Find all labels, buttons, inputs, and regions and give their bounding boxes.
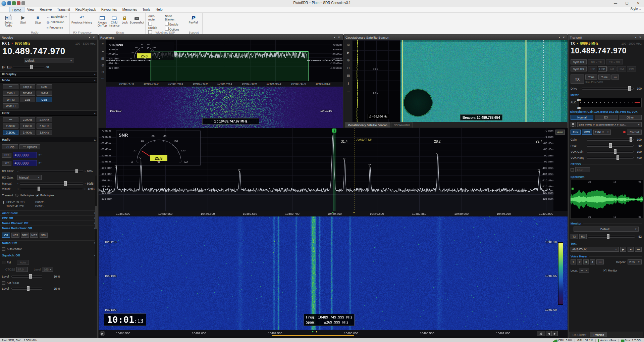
mode-button[interactable]: BC-FM [20,91,35,96]
pan-right-button[interactable]: ▶ [552,331,558,336]
previous-history-button[interactable]: ↶Previous History [71,14,93,24]
bottom-tab[interactable]: Transmit [590,332,607,337]
text-play-button[interactable]: ▶ [620,247,626,252]
mic-device-dropdown[interactable]: Line-In/Mic-In (Sound Blaster X-Fi Sur..… [577,122,642,127]
toolbar-icon[interactable]: ▤ [101,57,104,60]
filter-button[interactable]: 3.2KHz [3,130,18,135]
chevron-left-icon[interactable]: ‹ [17,169,18,173]
voice-keyer-more-button[interactable]: ••• [596,259,604,264]
section-if-display[interactable]: IF Display▴ [0,71,97,77]
toolbar-icon[interactable]: ◎ [347,43,350,47]
squelch-row[interactable]: Squelch: Off▾ [0,253,97,258]
zoom-factor-button[interactable]: x5 [537,331,545,336]
main-waterfall-display[interactable] [99,216,568,330]
monitor-device-dropdown[interactable]: Default▼ [574,227,639,232]
toolbar-icon[interactable]: ≡ [102,42,104,46]
menu-item[interactable]: Tools [140,7,153,13]
speaker-icon[interactable]: ▮))) [7,65,11,69]
vox-hang-slider[interactable] [587,157,634,159]
bottom-tab[interactable]: DX Cluster [570,332,589,337]
menu-item[interactable]: Help [153,7,165,13]
tx-equals-rx-button[interactable]: TX = RX [606,59,623,64]
style-menu[interactable]: Style ⌄ [630,7,641,11]
always-on-top-button[interactable]: Always On Top [97,14,108,28]
am-ssb-checkbox[interactable] [2,281,5,285]
chevron-right-icon[interactable]: › [85,182,86,185]
toolbar-icon[interactable]: ▤ [347,74,350,78]
menu-item[interactable]: Favourites [99,7,120,13]
nr-button[interactable]: NR1 [11,233,19,238]
screenshot-button[interactable]: Screenshot [130,14,144,24]
geo-tab[interactable]: 3D Waterfall [391,122,413,128]
close-button[interactable]: ✕ [633,0,644,7]
mode-button[interactable]: N-FM [37,91,52,96]
gain-slider[interactable] [587,139,634,141]
profile-dropdown[interactable]: Default▼ [24,58,74,63]
tx-mode-button[interactable]: FM [617,66,626,71]
toolbar-icon[interactable]: ＋ [101,49,105,54]
tx-mode-button[interactable]: LSB [588,66,597,71]
auto-enable-checkbox[interactable] [2,247,5,251]
full-duplex-radio[interactable] [36,194,39,197]
mode-button[interactable]: LSB [20,97,35,102]
filter-button[interactable]: ••• [3,117,18,122]
tx-bandwidth-dropdown[interactable]: 2.8kHz▼ [593,130,611,135]
filter-button[interactable]: 3.4KHz [20,130,35,135]
filter-button[interactable]: 2.8KHz [20,124,35,129]
section-filter[interactable]: Filter▴ [0,110,97,116]
maximize-button[interactable]: ▢ [621,0,633,7]
menu-item[interactable]: Receive [37,7,54,13]
collapse-icon[interactable]: ▾ [87,36,92,39]
options-button[interactable]: •••Options [19,144,40,149]
rx-filter-slider[interactable] [20,170,83,172]
vox-toggle[interactable]: VOX [582,130,592,135]
noise-reduction-row[interactable]: Noise Reduction: Off▾ [0,226,97,231]
nr-button[interactable]: Off [2,233,10,238]
mode-button[interactable]: Wide-U [3,103,18,108]
manual-gain-slider[interactable] [20,183,83,185]
text-more-button[interactable]: ••• [635,247,642,252]
volume-slider[interactable] [13,66,44,68]
menu-item[interactable]: Transmit [54,7,73,13]
stop-button[interactable]: ■Stop [31,14,45,24]
chevron-left-icon[interactable]: ‹ [17,187,18,191]
waterfall-colorbar[interactable] [558,242,563,305]
sync-rx-mode-button[interactable]: Sync RX [571,66,587,71]
ctcss-input[interactable]: 67.0 [16,267,28,272]
filter-button[interactable]: 3.6KHz [37,130,52,135]
nr-button[interactable]: NR2 [21,233,29,238]
drive-slider[interactable] [582,88,634,90]
collapse-icon[interactable]: ▾ [332,36,337,39]
menu-item[interactable]: Home [9,7,24,12]
tx-mode-button[interactable]: CW [627,66,636,71]
mute-icon[interactable]: ▮× [2,65,5,69]
collapse-icon[interactable]: ▾ [557,36,561,39]
select-radio-button[interactable]: Select Radio [1,14,15,28]
menu-item[interactable]: Memories [120,7,140,13]
mode-button[interactable]: W-FM [3,97,18,102]
menu-item[interactable]: Rec/Playback [73,7,99,13]
close-icon[interactable]: ✕ [561,36,566,39]
repeat-dropdown[interactable]: 2.5s▼ [628,259,642,264]
xit-undo-icon[interactable]: ↶ [38,161,42,165]
close-icon[interactable]: ✕ [638,36,642,39]
text-message-dropdown[interactable]: AMSAT-UK▼ [571,247,619,252]
toolbar-icon[interactable]: ℹ [348,82,349,85]
child-instance-button[interactable]: Child Instance [108,14,119,28]
voice-keyer-button[interactable]: 4 [590,259,595,264]
vox-gain-slider[interactable] [587,151,634,153]
rit-input[interactable]: +00.000 [13,152,37,158]
paypal-button[interactable]: PPayPal [186,14,200,24]
chevron-right-icon[interactable]: › [85,187,86,191]
noise-blanker-row[interactable]: Noise Blanker: Off▾ [0,221,97,226]
tune-button[interactable]: Tune [598,75,610,80]
filter-button[interactable]: 3.0KHz [37,124,52,129]
filter-button[interactable]: 2.6KHz [3,124,18,129]
section-mode[interactable]: Mode▴ [0,78,97,83]
toolbar-icon[interactable]: ⋯ [347,89,350,93]
rx-equals-tx-button[interactable]: RX = TX [588,59,605,64]
record-button[interactable]: Record [627,130,642,135]
toolbar-icon[interactable]: ⊕ [347,58,350,62]
mode-button[interactable]: CW-U [3,91,18,96]
lo-down-icon[interactable]: ▼ [11,42,13,45]
